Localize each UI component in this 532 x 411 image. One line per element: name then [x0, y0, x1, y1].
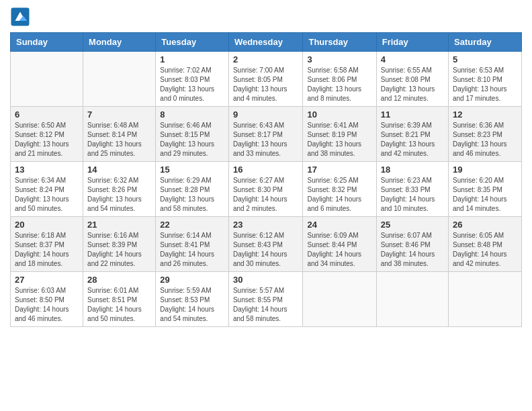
day-number: 25 [381, 220, 444, 230]
day-number: 30 [233, 275, 299, 285]
day-number: 10 [307, 109, 371, 120]
calendar-cell [449, 272, 522, 327]
day-number: 28 [87, 275, 151, 285]
day-number: 11 [381, 109, 444, 120]
calendar-cell: 9Sunrise: 6:43 AM Sunset: 8:17 PM Daylig… [228, 107, 303, 162]
day-info: Sunrise: 6:09 AM Sunset: 8:44 PM Dayligh… [307, 231, 371, 269]
day-number: 24 [307, 220, 371, 230]
day-number: 2 [233, 54, 299, 64]
calendar-cell: 19Sunrise: 6:20 AM Sunset: 8:35 PM Dayli… [449, 162, 522, 217]
day-number: 23 [233, 220, 299, 230]
day-number: 6 [15, 109, 79, 120]
day-number: 13 [15, 165, 79, 175]
day-info: Sunrise: 6:01 AM Sunset: 8:51 PM Dayligh… [87, 286, 151, 324]
logo [10, 7, 32, 27]
weekday-header-tuesday: Tuesday [156, 33, 229, 52]
day-info: Sunrise: 6:39 AM Sunset: 8:21 PM Dayligh… [381, 121, 444, 158]
calendar-cell: 28Sunrise: 6:01 AM Sunset: 8:51 PM Dayli… [83, 272, 156, 327]
day-info: Sunrise: 6:32 AM Sunset: 8:26 PM Dayligh… [87, 176, 151, 214]
day-number: 7 [87, 109, 151, 120]
day-number: 27 [15, 275, 79, 285]
day-info: Sunrise: 6:07 AM Sunset: 8:46 PM Dayligh… [381, 231, 444, 269]
day-number: 8 [160, 109, 224, 120]
logo-icon [10, 7, 30, 27]
day-info: Sunrise: 6:41 AM Sunset: 8:19 PM Dayligh… [307, 121, 371, 158]
day-number: 29 [160, 275, 224, 285]
day-info: Sunrise: 5:57 AM Sunset: 8:55 PM Dayligh… [233, 286, 299, 324]
calendar-table: SundayMondayTuesdayWednesdayThursdayFrid… [10, 32, 522, 327]
day-number: 1 [160, 54, 224, 64]
calendar-cell: 2Sunrise: 7:00 AM Sunset: 8:05 PM Daylig… [228, 52, 303, 107]
weekday-header-saturday: Saturday [449, 33, 522, 52]
calendar-cell: 22Sunrise: 6:14 AM Sunset: 8:41 PM Dayli… [156, 217, 229, 272]
calendar-cell: 7Sunrise: 6:48 AM Sunset: 8:14 PM Daylig… [83, 107, 156, 162]
weekday-header-wednesday: Wednesday [228, 33, 303, 52]
day-number: 18 [381, 165, 444, 175]
calendar-cell: 20Sunrise: 6:18 AM Sunset: 8:37 PM Dayli… [11, 217, 83, 272]
day-number: 9 [233, 109, 299, 120]
day-info: Sunrise: 6:53 AM Sunset: 8:10 PM Dayligh… [453, 66, 517, 103]
day-info: Sunrise: 6:18 AM Sunset: 8:37 PM Dayligh… [15, 231, 79, 269]
day-number: 16 [233, 165, 299, 175]
day-info: Sunrise: 6:48 AM Sunset: 8:14 PM Dayligh… [87, 121, 151, 158]
calendar-cell: 21Sunrise: 6:16 AM Sunset: 8:39 PM Dayli… [83, 217, 156, 272]
day-info: Sunrise: 6:46 AM Sunset: 8:15 PM Dayligh… [160, 121, 224, 158]
day-info: Sunrise: 6:12 AM Sunset: 8:43 PM Dayligh… [233, 231, 299, 269]
day-number: 19 [453, 165, 517, 175]
calendar-cell: 29Sunrise: 5:59 AM Sunset: 8:53 PM Dayli… [156, 272, 229, 327]
calendar-cell: 23Sunrise: 6:12 AM Sunset: 8:43 PM Dayli… [228, 217, 303, 272]
week-row-5: 27Sunrise: 6:03 AM Sunset: 8:50 PM Dayli… [11, 272, 522, 327]
day-number: 17 [307, 165, 371, 175]
calendar-cell: 5Sunrise: 6:53 AM Sunset: 8:10 PM Daylig… [449, 52, 522, 107]
calendar-cell: 14Sunrise: 6:32 AM Sunset: 8:26 PM Dayli… [83, 162, 156, 217]
week-row-1: 1Sunrise: 7:02 AM Sunset: 8:03 PM Daylig… [11, 52, 522, 107]
day-info: Sunrise: 6:05 AM Sunset: 8:48 PM Dayligh… [453, 231, 517, 269]
day-number: 3 [307, 54, 371, 64]
day-info: Sunrise: 6:14 AM Sunset: 8:41 PM Dayligh… [160, 231, 224, 269]
calendar-cell: 30Sunrise: 5:57 AM Sunset: 8:55 PM Dayli… [228, 272, 303, 327]
calendar-cell: 3Sunrise: 6:58 AM Sunset: 8:06 PM Daylig… [303, 52, 376, 107]
calendar-cell: 25Sunrise: 6:07 AM Sunset: 8:46 PM Dayli… [376, 217, 448, 272]
day-info: Sunrise: 6:16 AM Sunset: 8:39 PM Dayligh… [87, 231, 151, 269]
day-info: Sunrise: 6:25 AM Sunset: 8:32 PM Dayligh… [307, 176, 371, 214]
calendar-cell: 24Sunrise: 6:09 AM Sunset: 8:44 PM Dayli… [303, 217, 376, 272]
day-number: 22 [160, 220, 224, 230]
day-info: Sunrise: 5:59 AM Sunset: 8:53 PM Dayligh… [160, 286, 224, 324]
day-number: 12 [453, 109, 517, 120]
weekday-header-thursday: Thursday [303, 33, 376, 52]
calendar-cell: 18Sunrise: 6:23 AM Sunset: 8:33 PM Dayli… [376, 162, 448, 217]
calendar-cell: 27Sunrise: 6:03 AM Sunset: 8:50 PM Dayli… [11, 272, 83, 327]
calendar-cell: 10Sunrise: 6:41 AM Sunset: 8:19 PM Dayli… [303, 107, 376, 162]
day-number: 15 [160, 165, 224, 175]
day-info: Sunrise: 6:29 AM Sunset: 8:28 PM Dayligh… [160, 176, 224, 214]
day-info: Sunrise: 7:00 AM Sunset: 8:05 PM Dayligh… [233, 66, 299, 103]
day-info: Sunrise: 6:27 AM Sunset: 8:30 PM Dayligh… [233, 176, 299, 214]
day-info: Sunrise: 6:50 AM Sunset: 8:12 PM Dayligh… [15, 121, 79, 158]
calendar-cell: 15Sunrise: 6:29 AM Sunset: 8:28 PM Dayli… [156, 162, 229, 217]
weekday-header-friday: Friday [376, 33, 448, 52]
calendar-cell [11, 52, 83, 107]
day-info: Sunrise: 6:43 AM Sunset: 8:17 PM Dayligh… [233, 121, 299, 158]
day-number: 21 [87, 220, 151, 230]
calendar-cell: 17Sunrise: 6:25 AM Sunset: 8:32 PM Dayli… [303, 162, 376, 217]
day-number: 14 [87, 165, 151, 175]
weekday-header-row: SundayMondayTuesdayWednesdayThursdayFrid… [11, 33, 522, 52]
calendar-cell: 1Sunrise: 7:02 AM Sunset: 8:03 PM Daylig… [156, 52, 229, 107]
day-number: 20 [15, 220, 79, 230]
day-info: Sunrise: 6:20 AM Sunset: 8:35 PM Dayligh… [453, 176, 517, 214]
calendar-cell: 13Sunrise: 6:34 AM Sunset: 8:24 PM Dayli… [11, 162, 83, 217]
calendar-cell [83, 52, 156, 107]
calendar-cell: 16Sunrise: 6:27 AM Sunset: 8:30 PM Dayli… [228, 162, 303, 217]
day-info: Sunrise: 6:23 AM Sunset: 8:33 PM Dayligh… [381, 176, 444, 214]
weekday-header-sunday: Sunday [11, 33, 83, 52]
calendar-cell: 4Sunrise: 6:55 AM Sunset: 8:08 PM Daylig… [376, 52, 448, 107]
weekday-header-monday: Monday [83, 33, 156, 52]
calendar-cell: 6Sunrise: 6:50 AM Sunset: 8:12 PM Daylig… [11, 107, 83, 162]
day-info: Sunrise: 6:36 AM Sunset: 8:23 PM Dayligh… [453, 121, 517, 158]
day-info: Sunrise: 6:03 AM Sunset: 8:50 PM Dayligh… [15, 286, 79, 324]
day-info: Sunrise: 6:34 AM Sunset: 8:24 PM Dayligh… [15, 176, 79, 214]
day-info: Sunrise: 7:02 AM Sunset: 8:03 PM Dayligh… [160, 66, 224, 103]
week-row-2: 6Sunrise: 6:50 AM Sunset: 8:12 PM Daylig… [11, 107, 522, 162]
calendar-cell: 12Sunrise: 6:36 AM Sunset: 8:23 PM Dayli… [449, 107, 522, 162]
page: SundayMondayTuesdayWednesdayThursdayFrid… [0, 0, 532, 411]
